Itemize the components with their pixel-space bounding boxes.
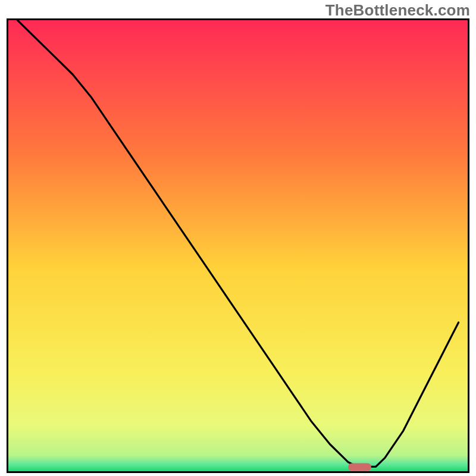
- bottleneck-chart: [0, 0, 476, 476]
- gradient-background: [8, 20, 468, 471]
- optimum-marker: [348, 463, 371, 471]
- chart-container: TheBottleneck.com: [0, 0, 476, 476]
